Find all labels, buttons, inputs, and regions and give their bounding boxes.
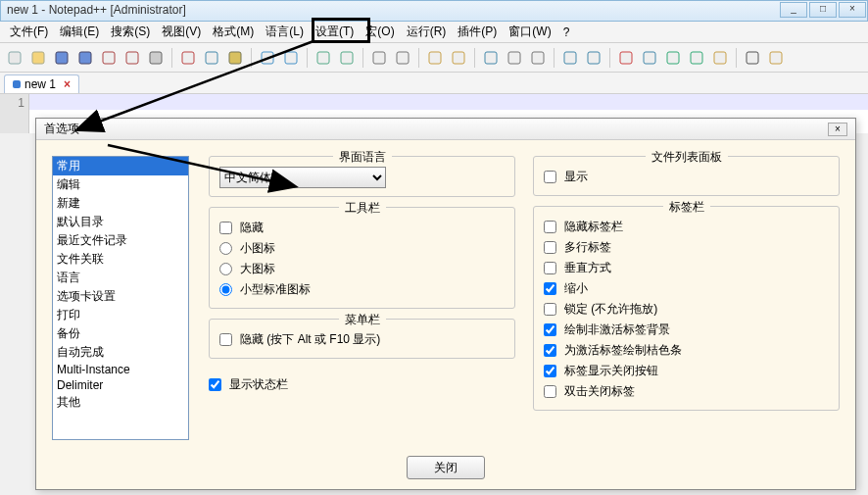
tab-shrink-checkbox[interactable] [544,282,556,295]
tab-lock-label: 锁定 (不允许拖放) [564,301,657,318]
paste-icon[interactable] [224,47,246,69]
menu-item-9[interactable]: 插件(P) [452,22,503,42]
category-item[interactable]: Multi-Instance [53,362,188,377]
spell2-icon[interactable] [765,47,787,69]
menu-item-8[interactable]: 运行(R) [401,22,453,42]
document-tab[interactable]: new 1 × [4,74,79,93]
svg-rect-22 [588,52,600,64]
tab-multi-checkbox[interactable] [544,241,556,254]
dialog-close-button[interactable]: 关闭 [407,456,485,479]
big-icons-radio[interactable] [219,263,232,275]
category-list[interactable]: 常用编辑新建默认目录最近文件记录文件关联语言选项卡设置打印备份自动完成Multi… [52,156,189,440]
zoom-in-icon[interactable] [368,47,390,69]
play-multi-icon[interactable] [686,47,707,69]
tab-close-icon[interactable]: × [64,77,71,91]
replace-icon[interactable] [336,47,358,69]
sync-h-icon[interactable] [448,47,469,69]
dialog-title: 首选项 [44,121,79,137]
category-item[interactable]: 常用 [53,157,188,175]
doclist-show-checkbox[interactable] [544,171,556,183]
tab-dbl-close-checkbox[interactable] [544,385,556,398]
dialog-close-icon[interactable]: × [828,123,847,136]
all-chars-icon[interactable] [504,47,525,69]
svg-rect-21 [564,52,576,64]
save-macro-icon[interactable] [709,47,731,69]
small-icons-radio[interactable] [219,242,232,255]
svg-rect-5 [126,52,138,64]
undo-icon[interactable] [257,47,278,69]
svg-rect-10 [262,52,273,64]
close-icon[interactable] [98,47,120,69]
window-close-button[interactable]: × [839,2,866,18]
tab-show-close-label: 标签显示关闭按钮 [564,363,658,379]
tab-show-close-checkbox[interactable] [544,365,556,377]
menu-item-2[interactable]: 搜索(S) [105,22,156,42]
func-list-icon[interactable] [559,47,581,69]
spell-icon[interactable] [742,47,763,69]
menubar-hide-checkbox[interactable] [219,333,232,346]
category-item[interactable]: 其他 [53,393,188,412]
tab-active-bar-checkbox[interactable] [544,344,556,357]
zoom-out-icon[interactable] [392,47,413,69]
dialog-titlebar: 首选项 × [36,119,855,140]
main-toolbar [0,43,868,73]
save-all-icon[interactable] [74,47,96,69]
menu-item-1[interactable]: 编辑(E) [54,22,105,42]
tabbar-group-title: 标签栏 [663,199,710,216]
indent-guide-icon[interactable] [527,47,549,69]
copy-icon[interactable] [201,47,222,69]
category-item[interactable]: Delimiter [53,377,188,393]
menu-item-3[interactable]: 视图(V) [156,22,207,42]
tab-shrink-label: 缩小 [564,280,588,297]
menu-item-6[interactable]: 设置(T) [310,22,360,42]
find-icon[interactable] [313,47,334,69]
save-icon[interactable] [51,47,72,69]
record-macro-icon[interactable] [615,47,637,69]
category-item[interactable]: 打印 [53,306,188,324]
sync-v-icon[interactable] [424,47,446,69]
tab-inactive-bg-checkbox[interactable] [544,323,556,336]
minimize-button[interactable]: _ [780,2,807,18]
category-item[interactable]: 最近文件记录 [53,231,188,250]
tab-hide-checkbox[interactable] [544,221,556,233]
maximize-button[interactable]: □ [809,2,837,18]
menu-item-4[interactable]: 格式(M) [207,22,260,42]
svg-rect-9 [229,52,241,64]
category-item[interactable]: 备份 [53,324,188,343]
category-item[interactable]: 文件关联 [53,250,188,269]
statusbar-checkbox[interactable] [209,378,221,391]
svg-rect-2 [56,52,68,64]
svg-rect-6 [150,52,162,64]
tab-vert-label: 垂直方式 [564,260,611,276]
wrap-icon[interactable] [480,47,502,69]
print-icon[interactable] [145,47,167,69]
doc-map-icon[interactable] [583,47,604,69]
menu-item-10[interactable]: 窗口(W) [503,22,556,42]
tab-lock-checkbox[interactable] [544,303,556,316]
cut-icon[interactable] [177,47,199,69]
svg-rect-8 [206,52,217,64]
menu-item-7[interactable]: 宏(O) [360,22,400,42]
svg-rect-11 [285,52,297,64]
category-item[interactable]: 默认目录 [53,213,188,231]
close-all-icon[interactable] [121,47,143,69]
play-macro-icon[interactable] [662,47,684,69]
stop-macro-icon[interactable] [639,47,660,69]
menu-item-0[interactable]: 文件(F) [4,22,54,42]
category-item[interactable]: 自动完成 [53,343,188,362]
language-select[interactable]: 中文简体 [219,167,386,188]
new-file-icon[interactable] [4,47,25,69]
category-item[interactable]: 新建 [53,194,188,213]
redo-icon[interactable] [280,47,302,69]
toolbar-hide-checkbox[interactable] [219,222,232,234]
open-file-icon[interactable] [27,47,49,69]
menu-item-5[interactable]: 语言(L) [260,22,310,42]
category-item[interactable]: 语言 [53,269,188,287]
category-item[interactable]: 选项卡设置 [53,287,188,306]
menu-item-11[interactable]: ? [557,24,576,41]
category-item[interactable]: 编辑 [53,175,188,194]
menubar-group-title: 菜单栏 [339,312,386,328]
tab-vert-checkbox[interactable] [544,262,556,274]
std-icons-radio[interactable] [219,283,232,296]
tab-dbl-close-label: 双击关闭标签 [564,383,635,400]
